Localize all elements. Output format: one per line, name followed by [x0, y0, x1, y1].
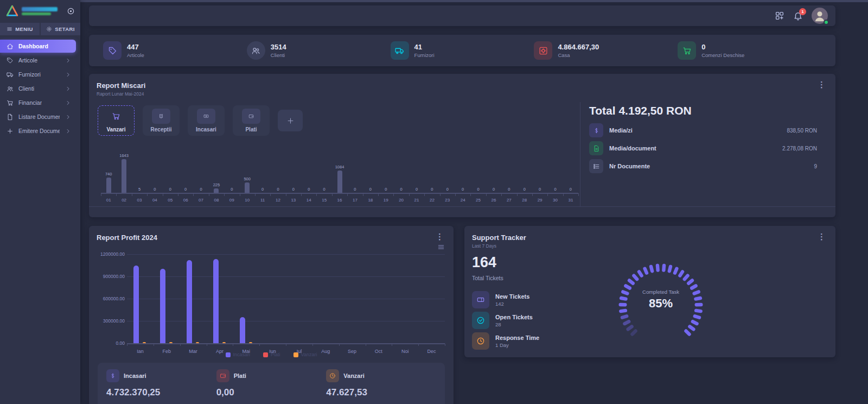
pin-circle-icon: [67, 7, 75, 15]
notifications-button[interactable]: 1: [793, 11, 803, 21]
shortcuts-button[interactable]: [775, 11, 784, 21]
axis-tick: [101, 193, 101, 196]
tag-icon: [103, 41, 122, 60]
daily-bar-value: 0: [462, 187, 464, 192]
axis-tick: [255, 193, 256, 196]
daily-bar-value: 0: [292, 187, 295, 192]
daily-bar-slot-01: 740: [101, 153, 116, 193]
gauge-segment: [630, 329, 638, 337]
sidebar-item-emitere-documente[interactable]: Emitere Documente: [0, 124, 76, 137]
report-miscari-tabs: Vanzari Receptii Incasari Plati: [98, 105, 303, 136]
chevron-right-icon: [65, 113, 72, 121]
daily-x-axis-labels: 0102030405060708091011121314151617181920…: [101, 198, 578, 203]
cart-icon: [678, 41, 696, 60]
users-icon: [247, 41, 265, 60]
daily-bar-slot-27: 0: [501, 153, 516, 193]
sidebar-menu: Dashboard Articole Furnizori Clienti Fin…: [0, 40, 80, 137]
daily-bar: [214, 188, 219, 193]
daily-bar-slot-09: 0: [224, 153, 239, 193]
support-tracker-card: Support Tracker Last 7 Days ⋮ 164 Total …: [464, 226, 835, 357]
gauge-segment: [667, 264, 673, 273]
tab-vanzari[interactable]: Vanzari: [98, 105, 135, 136]
home-icon: [7, 43, 14, 50]
axis-tick: [445, 344, 445, 346]
y-axis-label: 1200000.00: [94, 251, 125, 257]
sidebar-collapse-toggle[interactable]: [67, 7, 75, 15]
gauge-segment: [687, 324, 696, 332]
report-profit-menu-button[interactable]: ⋮: [436, 232, 444, 241]
sidebar-item-clienti[interactable]: Clienti: [0, 82, 76, 95]
legend-item-plati[interactable]: Plati: [263, 352, 280, 357]
daily-bar-value: 0: [477, 187, 479, 192]
axis-tick: [532, 193, 533, 196]
daily-bar-slot-08: 225: [209, 153, 224, 193]
sidebar-item-furnizori[interactable]: Furnizori: [0, 68, 76, 81]
daily-bar-value: 5: [138, 187, 141, 192]
plus-icon: [286, 117, 295, 125]
cart-icon: [7, 99, 14, 106]
daily-bar-slot-14: 0: [301, 153, 316, 193]
sidebar-item-financiar[interactable]: Financiar: [0, 96, 76, 109]
stats-card: 447Articole 3514Clienti 41Furnizori 4.86…: [89, 35, 835, 66]
axis-tick: [363, 193, 363, 196]
row-media-document: Media/document 2.278,08 RON: [589, 141, 817, 156]
sidebar: MENIU SETARI Dashboard Articole Furnizor…: [0, 0, 80, 404]
axis-tick: [486, 193, 487, 196]
daily-bar-slot-18: 0: [363, 153, 378, 193]
tab-setari[interactable]: SETARI: [41, 23, 80, 35]
gauge-segment: [637, 269, 644, 278]
axis-tick: [424, 193, 425, 196]
daily-bar-value: 0: [554, 187, 556, 192]
sidebar-item-dashboard[interactable]: Dashboard: [0, 40, 76, 53]
tab-receptii[interactable]: Receptii: [143, 105, 180, 136]
safe-icon: [534, 41, 552, 60]
daily-bar-slot-17: 0: [347, 153, 362, 193]
daily-bar-slot-16: 1084: [332, 153, 347, 193]
daily-bar-slot-19: 0: [378, 153, 393, 193]
legend-item-vanzari[interactable]: Vanzari: [293, 352, 317, 357]
tab-incasari[interactable]: Incasari: [188, 105, 225, 136]
profit-bar-vanzari-mar: [196, 342, 199, 344]
daily-bar-slot-13: 0: [286, 153, 301, 193]
add-tab-button[interactable]: [278, 110, 303, 131]
axis-tick: [409, 193, 410, 196]
axis-tick: [116, 193, 117, 196]
brand: [0, 0, 80, 22]
daily-bar-value: 0: [493, 187, 495, 192]
daily-bar-value: 225: [213, 182, 220, 187]
gauge-segment: [642, 267, 649, 275]
axis-tick: [207, 344, 207, 346]
daily-bar-value: 0: [385, 187, 387, 192]
sidebar-item-listare-documente[interactable]: Listare Documente: [0, 110, 76, 123]
daily-bar-slot-29: 0: [532, 153, 547, 193]
report-profit-card: Report Profit 2024 ⋮ 0.00300000.00600000…: [89, 226, 454, 404]
user-avatar[interactable]: [812, 8, 828, 24]
daily-bar-value: 0: [416, 187, 418, 192]
axis-tick: [193, 193, 194, 196]
online-status-dot: [824, 20, 829, 25]
daily-bar-value: 0: [446, 187, 449, 192]
row-nr-documente: Nr Documente 9: [589, 159, 817, 174]
daily-bar-slot-07: 0: [193, 153, 208, 193]
gauge-segment: [662, 263, 666, 272]
report-miscari-menu-button[interactable]: ⋮: [818, 80, 826, 89]
daily-bar-slot-10: 500: [240, 153, 255, 193]
report-miscari-subtitle: Raport Lunar Mai-2024: [97, 91, 145, 97]
chevron-right-icon: [65, 71, 72, 78]
sidebar-item-articole[interactable]: Articole: [0, 54, 76, 67]
legend-item-incasari[interactable]: Incasari: [226, 352, 251, 357]
brand-wordmark: [22, 7, 58, 15]
axis-tick: [301, 193, 302, 196]
profit-chart: 0.00300000.00600000.00900000.001200000.0…: [94, 245, 445, 359]
plus-icon: [7, 128, 14, 135]
row-open-tickets: Open Tickets 28: [472, 312, 533, 329]
gear-icon: [46, 26, 52, 32]
tab-plati[interactable]: Plati: [233, 105, 270, 136]
axis-tick: [366, 344, 366, 346]
daily-bar-slot-12: 0: [270, 153, 285, 193]
daily-bar: [245, 182, 250, 193]
daily-bar-slot-11: 0: [255, 153, 270, 193]
tab-meniu[interactable]: MENIU: [0, 23, 40, 35]
support-tracker-menu-button[interactable]: ⋮: [818, 232, 826, 241]
chevron-right-icon: [65, 85, 72, 92]
